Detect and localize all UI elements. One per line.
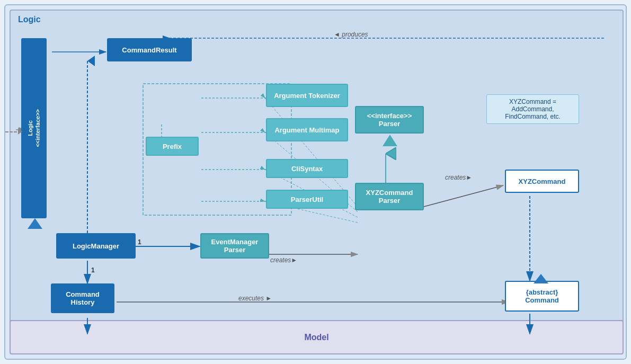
command-result-box: CommandResult [107, 38, 192, 61]
model-section: Model [10, 320, 624, 354]
interface-logic-label: <<interface>>Logic [26, 109, 42, 147]
xyz-command-box: XYZCommand [505, 170, 579, 193]
event-manager-parser-box: EventManager Parser [200, 233, 269, 259]
abstract-command-triangle [534, 274, 548, 283]
interface-parser-box: <<interface>> Parser [355, 106, 424, 134]
argument-tokenizer-box: Argument Tokenizer [266, 84, 348, 107]
model-label: Model [304, 333, 328, 342]
executes-label: executes ► [238, 295, 272, 302]
left-arrow-head [18, 128, 22, 135]
abstract-command-box: {abstract} Command [505, 281, 579, 312]
logic-manager-box: LogicManager [56, 233, 136, 259]
prefix-box: Prefix [146, 137, 199, 156]
argument-multimap-box: Argument Multimap [266, 118, 348, 141]
parser-inheritance-triangle [383, 135, 397, 146]
creates2-label: creates► [445, 174, 472, 181]
command-history-box: Command History [51, 283, 114, 313]
cli-syntax-box: CliSyntax [266, 159, 348, 178]
xyz-command-note-box: XYZCommand = AddCommand, FindCommand, et… [486, 94, 579, 124]
interface-logic-box: <<interface>>Logic [21, 38, 47, 218]
produces-label: ◄ produces [334, 31, 368, 38]
main-container: Logic Model [4, 4, 627, 360]
creates1-label: creates► [270, 256, 297, 264]
parser-util-box: ParserUtil [266, 190, 348, 209]
interface-logic-triangle [28, 218, 42, 229]
xyz-command-parser-box: XYZCommand Parser [355, 183, 424, 210]
multiplicity-1-ch: 1 [91, 267, 95, 274]
multiplicity-1-emp: 1 [138, 238, 141, 246]
logic-label: Logic [18, 15, 41, 24]
